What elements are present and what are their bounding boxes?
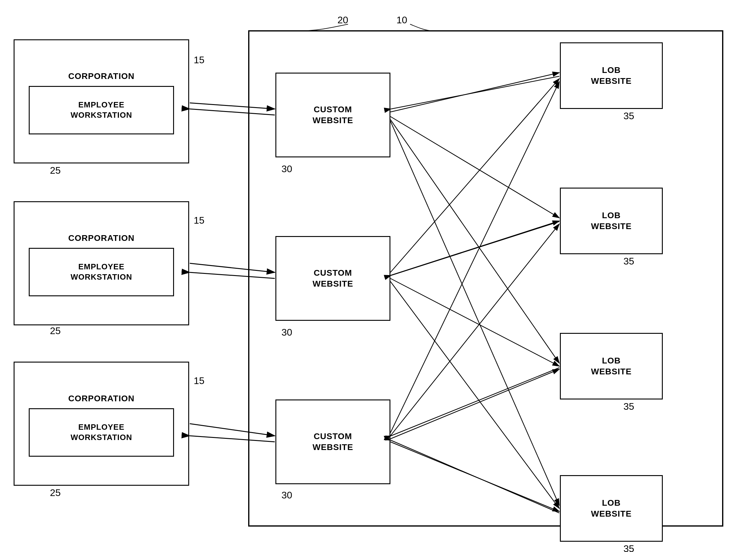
ref-10-label: 10 bbox=[397, 14, 407, 26]
ws3-label: EMPLOYEEWORKSTATION bbox=[70, 422, 132, 443]
cw1-label: CUSTOMWEBSITE bbox=[309, 102, 357, 129]
cw2-label: CUSTOMWEBSITE bbox=[309, 265, 357, 292]
workstation-box-2: EMPLOYEEWORKSTATION bbox=[29, 248, 174, 296]
lob3-label: LOBWEBSITE bbox=[587, 353, 635, 380]
ref-25-1: 25 bbox=[50, 165, 61, 176]
ref-25-3: 25 bbox=[50, 487, 61, 499]
ws2-label: EMPLOYEEWORKSTATION bbox=[70, 262, 132, 282]
ref-20-label: 20 bbox=[337, 14, 348, 26]
custom-website-box-3: CUSTOMWEBSITE bbox=[275, 400, 391, 484]
ref-30-1: 30 bbox=[282, 163, 292, 175]
ref-35-3: 35 bbox=[623, 401, 634, 412]
workstation-box-3: EMPLOYEEWORKSTATION bbox=[29, 408, 174, 457]
ref-10-pointer bbox=[410, 24, 433, 31]
ref-30-3: 30 bbox=[282, 490, 292, 501]
corporation-box-3: CORPORATION EMPLOYEEWORKSTATION bbox=[14, 362, 189, 486]
ref-25-2: 25 bbox=[50, 325, 61, 336]
ref-15-1: 15 bbox=[194, 54, 204, 66]
ref-15-2: 15 bbox=[194, 215, 204, 226]
ref-35-1: 35 bbox=[623, 111, 634, 122]
ref-35-2: 35 bbox=[623, 256, 634, 267]
lob2-label: LOBWEBSITE bbox=[587, 208, 635, 235]
lob-website-box-1: LOBWEBSITE bbox=[560, 42, 663, 109]
ref-15-3: 15 bbox=[194, 375, 204, 387]
corp2-label: CORPORATION bbox=[65, 230, 138, 246]
lob4-label: LOBWEBSITE bbox=[587, 495, 635, 522]
corporation-box-1: CORPORATION EMPLOYEEWORKSTATION bbox=[14, 39, 189, 163]
ref-35-4: 35 bbox=[623, 543, 634, 552]
ws1-label: EMPLOYEEWORKSTATION bbox=[70, 100, 132, 120]
corp1-label: CORPORATION bbox=[65, 68, 138, 84]
cw3-label: CUSTOMWEBSITE bbox=[309, 428, 357, 455]
lob-website-box-4: LOBWEBSITE bbox=[560, 475, 663, 542]
corp3-label: CORPORATION bbox=[65, 391, 138, 406]
ref-30-2: 30 bbox=[282, 327, 292, 338]
lob-website-box-3: LOBWEBSITE bbox=[560, 333, 663, 400]
diagram: 20 10 CORPORATION EMPLOYEEWORKSTATION 15… bbox=[0, 0, 756, 552]
workstation-box-1: EMPLOYEEWORKSTATION bbox=[29, 86, 174, 134]
corporation-box-2: CORPORATION EMPLOYEEWORKSTATION bbox=[14, 201, 189, 325]
custom-website-box-1: CUSTOMWEBSITE bbox=[275, 73, 391, 157]
custom-website-box-2: CUSTOMWEBSITE bbox=[275, 236, 391, 321]
lob1-label: LOBWEBSITE bbox=[587, 62, 635, 89]
lob-website-box-2: LOBWEBSITE bbox=[560, 188, 663, 254]
